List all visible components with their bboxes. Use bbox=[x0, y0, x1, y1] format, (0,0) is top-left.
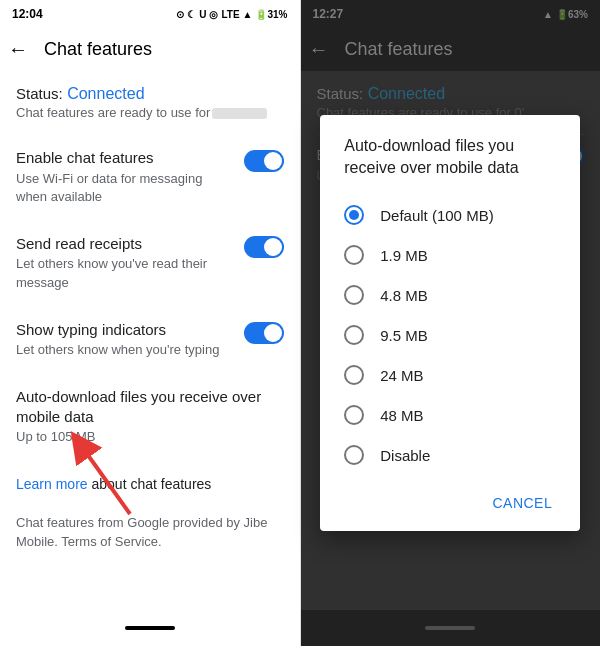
radio-1mb9 bbox=[344, 245, 364, 265]
option-label-0: Default (100 MB) bbox=[380, 207, 493, 224]
radio-9mb5 bbox=[344, 325, 364, 345]
radio-48mb bbox=[344, 405, 364, 425]
option-label-6: Disable bbox=[380, 447, 430, 464]
footer-text: Chat features from Google provided by Ji… bbox=[16, 507, 284, 558]
radio-disable bbox=[344, 445, 364, 465]
left-panel: 12:04 ⊙ ☾ U ◎ LTE ▲ 🔋31% ← Chat features… bbox=[0, 0, 300, 646]
data-icon: ◎ bbox=[209, 9, 218, 20]
header-left: ← Chat features bbox=[0, 28, 300, 71]
signal-bars: ▲ bbox=[243, 9, 253, 20]
radio-default bbox=[344, 205, 364, 225]
connected-status: Connected bbox=[67, 85, 144, 102]
option-label-5: 48 MB bbox=[380, 407, 423, 424]
dialog-option-2[interactable]: 4.8 MB bbox=[320, 275, 580, 315]
home-indicator-left bbox=[125, 626, 175, 630]
enable-chat-subtitle: Use Wi-Fi or data for messaging when ava… bbox=[16, 170, 232, 206]
right-panel: 12:27 ▲ 🔋63% ← Chat features Status: Con… bbox=[301, 0, 601, 646]
content-left: Status: Connected Chat features are read… bbox=[0, 71, 300, 610]
lte-label: LTE bbox=[221, 9, 239, 20]
read-receipts-text: Send read receipts Let others know you'v… bbox=[16, 234, 244, 292]
radio-inner-default bbox=[349, 210, 359, 220]
network-icon: ⊙ bbox=[176, 9, 184, 20]
nav-bar-left bbox=[0, 610, 300, 646]
typing-indicators-subtitle: Let others know when you're typing bbox=[16, 341, 232, 359]
radio-4mb8 bbox=[344, 285, 364, 305]
dialog-option-6[interactable]: Disable bbox=[320, 435, 580, 475]
enable-chat-row: Enable chat features Use Wi-Fi or data f… bbox=[16, 134, 284, 220]
read-receipts-toggle[interactable] bbox=[244, 236, 284, 258]
auto-download-row[interactable]: Auto-download files you receive over mob… bbox=[16, 373, 284, 460]
status-row-left: Status: Connected Chat features are read… bbox=[16, 71, 284, 134]
dialog-overlay: Auto-download files you receive over mob… bbox=[301, 0, 601, 646]
time-left: 12:04 bbox=[12, 7, 43, 21]
enable-chat-text: Enable chat features Use Wi-Fi or data f… bbox=[16, 148, 244, 206]
dialog-actions: Cancel bbox=[320, 479, 580, 523]
u-icon: U bbox=[199, 9, 206, 20]
enable-chat-toggle[interactable] bbox=[244, 150, 284, 172]
typing-indicators-row: Show typing indicators Let others know w… bbox=[16, 306, 284, 374]
typing-indicators-toggle[interactable] bbox=[244, 322, 284, 344]
signal-icon: ☾ bbox=[187, 9, 196, 20]
typing-indicators-text: Show typing indicators Let others know w… bbox=[16, 320, 244, 360]
dialog-title: Auto-download files you receive over mob… bbox=[320, 135, 580, 196]
page-title-left: Chat features bbox=[44, 39, 152, 60]
blurred-email bbox=[212, 108, 267, 119]
read-receipts-subtitle: Let others know you've read their messag… bbox=[16, 255, 232, 291]
status-icons-left: ⊙ ☾ U ◎ LTE ▲ 🔋31% bbox=[176, 9, 287, 20]
auto-download-title: Auto-download files you receive over mob… bbox=[16, 387, 284, 426]
auto-download-subtitle: Up to 105 MB bbox=[16, 428, 284, 446]
dialog-option-4[interactable]: 24 MB bbox=[320, 355, 580, 395]
auto-download-dialog: Auto-download files you receive over mob… bbox=[320, 115, 580, 532]
option-label-1: 1.9 MB bbox=[380, 247, 428, 264]
enable-chat-title: Enable chat features bbox=[16, 148, 232, 168]
option-label-2: 4.8 MB bbox=[380, 287, 428, 304]
back-button-left[interactable]: ← bbox=[8, 38, 28, 61]
right-background: 12:27 ▲ 🔋63% ← Chat features Status: Con… bbox=[301, 0, 601, 646]
dialog-option-1[interactable]: 1.9 MB bbox=[320, 235, 580, 275]
status-bar-left: 12:04 ⊙ ☾ U ◎ LTE ▲ 🔋31% bbox=[0, 0, 300, 28]
option-label-3: 9.5 MB bbox=[380, 327, 428, 344]
dialog-option-0[interactable]: Default (100 MB) bbox=[320, 195, 580, 235]
learn-more-text: about chat features bbox=[88, 476, 212, 492]
option-label-4: 24 MB bbox=[380, 367, 423, 384]
dialog-option-5[interactable]: 48 MB bbox=[320, 395, 580, 435]
learn-more-row: Learn more about chat features bbox=[16, 461, 284, 507]
status-label-left: Status: bbox=[16, 85, 63, 102]
radio-24mb bbox=[344, 365, 364, 385]
read-receipts-title: Send read receipts bbox=[16, 234, 232, 254]
status-desc-left: Chat features are ready to use for bbox=[16, 105, 284, 120]
read-receipts-row: Send read receipts Let others know you'v… bbox=[16, 220, 284, 306]
dialog-option-3[interactable]: 9.5 MB bbox=[320, 315, 580, 355]
typing-indicators-title: Show typing indicators bbox=[16, 320, 232, 340]
learn-more-link[interactable]: Learn more bbox=[16, 476, 88, 492]
battery-icon: 🔋31% bbox=[255, 9, 287, 20]
cancel-button[interactable]: Cancel bbox=[480, 487, 564, 519]
